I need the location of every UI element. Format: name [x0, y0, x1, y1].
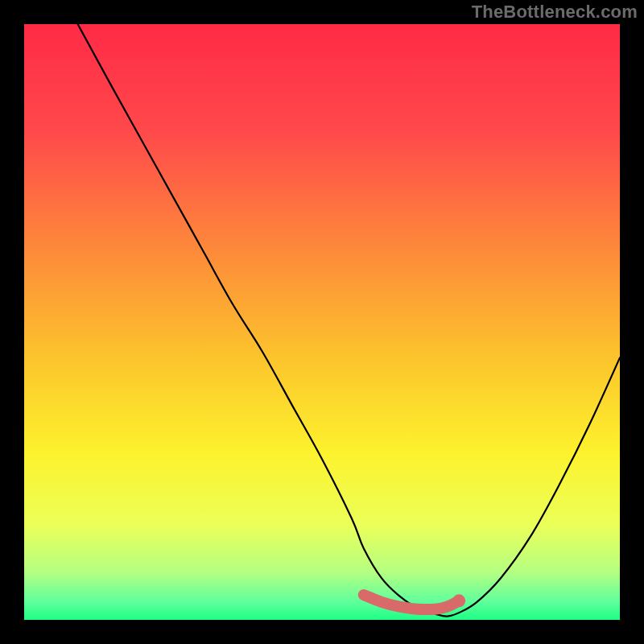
chart-container: TheBottleneck.com	[0, 0, 644, 644]
bottleneck-chart	[0, 0, 644, 644]
watermark-text: TheBottleneck.com	[472, 2, 638, 23]
plot-background	[24, 24, 620, 620]
sweet-spot-end-dot	[452, 594, 465, 607]
